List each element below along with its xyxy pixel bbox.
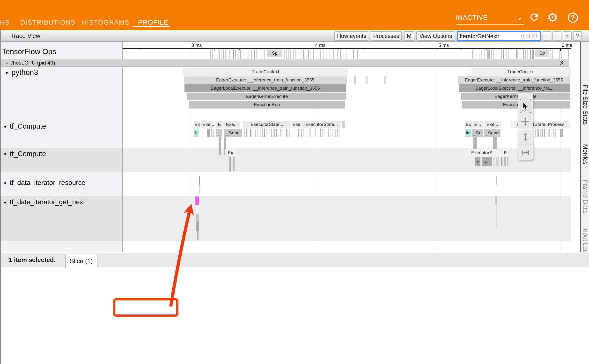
- trace-slice[interactable]: _Send: [484, 129, 501, 137]
- trace-bar[interactable]: [219, 137, 221, 155]
- collapse-triangle-icon[interactable]: ▾: [5, 70, 8, 76]
- trace-slice[interactable]: FunctionRun: [189, 101, 345, 109]
- collapse-triangle-icon[interactable]: ▾: [4, 200, 6, 205]
- trace-bar[interactable]: [560, 129, 563, 137]
- pan-tool-button[interactable]: [518, 114, 533, 129]
- trace-bar[interactable]: [207, 129, 210, 137]
- trace-slice[interactable]: Sp: [267, 50, 282, 57]
- trace-bar[interactable]: [197, 231, 199, 240]
- trace-slice[interactable]: EagerKernelExecute: [461, 93, 570, 100]
- flow-events-button[interactable]: Flow events: [334, 31, 368, 41]
- trace-bar[interactable]: [196, 222, 199, 231]
- trace-slice[interactable]: v...: [482, 157, 492, 166]
- trace-bar[interactable]: [384, 76, 386, 84]
- sidebar-tab-frame-data[interactable]: Frame Data: [582, 180, 589, 213]
- trace-slice[interactable]: E: [502, 149, 508, 156]
- collapse-triangle-icon[interactable]: ▾: [4, 124, 6, 129]
- trace-bar[interactable]: [496, 176, 497, 185]
- trace-bar[interactable]: [504, 157, 506, 166]
- trace-bar[interactable]: [493, 157, 495, 166]
- trace-tool-palette[interactable]: [518, 92, 533, 160]
- prev-result-button[interactable]: ←: [543, 31, 551, 41]
- trace-slice[interactable]: Exe...: [223, 121, 240, 128]
- selection-tool-button[interactable]: [520, 99, 531, 113]
- trace-slice[interactable]: EagerExecute: __inference_train_function…: [184, 76, 347, 84]
- help-icon[interactable]: ?: [568, 13, 578, 23]
- trace-bar[interactable]: [196, 205, 199, 214]
- trace-bar[interactable]: [496, 205, 497, 229]
- trace-slice[interactable]: Ex: [194, 121, 200, 128]
- view-options-button[interactable]: View Options: [416, 31, 455, 41]
- track-label-tf_data_iterator_get_next[interactable]: ▾tf_data_iterator_get_next: [4, 198, 85, 206]
- trace-bar[interactable]: [199, 176, 200, 185]
- refresh-icon[interactable]: [529, 12, 540, 23]
- trace-bar[interactable]: [229, 157, 231, 171]
- track-label-tf_compute[interactable]: ▾tf_Compute: [4, 150, 46, 158]
- trace-bar[interactable]: [496, 157, 499, 166]
- tab-histograms[interactable]: HISTOGRAMS: [82, 19, 129, 26]
- host-cpu-section-header[interactable]: ▾/host:CPU (pid 49) X: [0, 59, 569, 67]
- trace-bar[interactable]: [211, 129, 212, 137]
- next-result-button[interactable]: →: [552, 31, 561, 41]
- trace-bar[interactable]: [354, 76, 356, 84]
- trace-slice[interactable]: ExecutorState...: [302, 121, 341, 128]
- run-selector-dropdown[interactable]: INACTIVE ▼: [456, 14, 524, 25]
- slice-tab[interactable]: Slice (1): [65, 254, 97, 268]
- trace-slice[interactable]: TraceContext: [471, 68, 571, 76]
- trace-slice[interactable]: TraceContext: [183, 68, 348, 76]
- search-input[interactable]: IteratorGetNext: 0 of 21: [457, 31, 541, 41]
- sidebar-tab-input-latency[interactable]: Input Latency: [582, 227, 589, 252]
- toolbar-help-button[interactable]: ?: [573, 31, 582, 41]
- sidebar-tab-metrics[interactable]: Metrics: [582, 144, 589, 164]
- trace-slice[interactable]: It: [194, 129, 199, 137]
- trace-slice[interactable]: Ex: [225, 149, 236, 156]
- timing-tool-button[interactable]: [518, 145, 533, 160]
- more-button[interactable]: »: [563, 31, 572, 41]
- trace-bar[interactable]: [501, 157, 502, 166]
- collapse-triangle-icon[interactable]: ▾: [4, 151, 6, 157]
- trace-bar[interactable]: [495, 197, 497, 205]
- trace-slice[interactable]: FunctionRun: [462, 101, 570, 109]
- trace-slice[interactable]: E: [216, 121, 222, 128]
- trace-slice[interactable]: ExecutorState...: [243, 121, 291, 128]
- trace-bar[interactable]: [199, 185, 200, 194]
- trace-bar[interactable]: [342, 121, 345, 128]
- track-label-tf_compute[interactable]: ▾tf_Compute: [4, 122, 46, 130]
- track-label-tf_data_iterator_resource[interactable]: ▾tf_data_iterator_resource: [4, 179, 85, 187]
- vertical-zoom-tool-button[interactable]: [518, 129, 533, 145]
- trace-slice[interactable]: EagerExecute: __inference_train_function…: [458, 76, 570, 84]
- trace-slice[interactable]: EagerLocalExecute: __inference_train_fun…: [184, 84, 346, 92]
- trace-bar[interactable]: [196, 214, 199, 222]
- palette-drag-handle[interactable]: [520, 94, 531, 98]
- trace-slice[interactable]: _: [216, 129, 222, 137]
- m-button[interactable]: M: [404, 31, 414, 41]
- sidebar-tab-file-size-stats[interactable]: File Size Stats: [582, 85, 589, 125]
- trace-bar[interactable]: [233, 157, 235, 171]
- trace-bar[interactable]: [507, 157, 508, 166]
- trace-slice[interactable]: Exe: [292, 121, 301, 128]
- gear-icon[interactable]: ⚙: [547, 12, 559, 23]
- trace-slice[interactable]: Ite: [465, 129, 471, 137]
- trace-slice[interactable]: ExecutorS...: [466, 149, 501, 156]
- tab-distributions[interactable]: DISTRIBUTIONS: [20, 19, 75, 26]
- trace-bar[interactable]: [366, 76, 368, 84]
- trace-slice[interactable]: EagerLocalExecute: __inference_tra...: [459, 84, 570, 92]
- trace-bar[interactable]: [213, 129, 214, 137]
- trace-slice[interactable]: E...: [472, 121, 483, 128]
- trace-slice[interactable]: Ex: [465, 121, 472, 128]
- trace-slice[interactable]: Sp: [535, 50, 549, 57]
- trace-slice[interactable]: Exe...: [201, 121, 215, 128]
- trace-slice[interactable]: v: [475, 157, 480, 166]
- trace-slice[interactable]: Exe...: [484, 121, 501, 128]
- collapse-triangle-icon[interactable]: ▾: [4, 181, 6, 186]
- collapse-triangle-icon[interactable]: ▾: [6, 61, 8, 65]
- trace-bar[interactable]: [195, 197, 199, 205]
- tab-graphs-partial[interactable]: HS: [0, 19, 10, 26]
- processes-button[interactable]: Processes: [371, 31, 402, 41]
- trace-slice[interactable]: _Send: [224, 129, 242, 137]
- trace-slice[interactable]: _Se: [472, 129, 483, 137]
- track-label-python3[interactable]: ▾python3: [5, 68, 38, 77]
- trace-slice[interactable]: EagerKernelExecute: [187, 93, 346, 100]
- tab-profile[interactable]: PROFILE: [138, 19, 169, 26]
- close-icon[interactable]: X: [560, 59, 564, 66]
